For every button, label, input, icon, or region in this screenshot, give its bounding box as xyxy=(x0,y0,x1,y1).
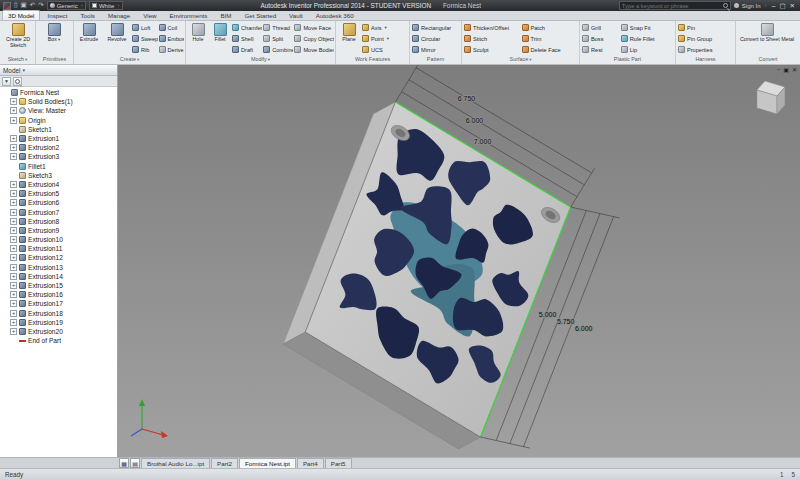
ribbon-tab[interactable]: Vault xyxy=(283,10,309,20)
draft-button[interactable]: Draft xyxy=(231,44,262,55)
circular-pattern-button[interactable]: Circular xyxy=(411,33,460,44)
ribbon-tab[interactable]: Autodesk 360 xyxy=(310,10,360,20)
tree-item[interactable]: + Extrusion6 xyxy=(0,198,117,207)
close-button[interactable]: ✕ xyxy=(790,2,795,10)
convert-to-sheet-metal-button[interactable]: Convert to Sheet Metal xyxy=(737,22,797,55)
doc-close-icon[interactable]: ✕ xyxy=(792,66,797,73)
expand-icon[interactable] xyxy=(2,89,9,96)
help-search-box[interactable] xyxy=(619,1,731,10)
expand-icon[interactable]: + xyxy=(10,328,17,335)
minimize-button[interactable]: – xyxy=(772,2,776,10)
expand-icon[interactable]: + xyxy=(10,153,17,160)
document-tab[interactable]: Part5 xyxy=(325,458,352,468)
delete-face-button[interactable]: Delete Face xyxy=(521,44,579,55)
derive-button[interactable]: Derive xyxy=(158,44,185,55)
tree-item[interactable]: + Extrusion5 xyxy=(0,189,117,198)
harness-panel-label[interactable]: Harness xyxy=(676,55,735,64)
ribbon-tab[interactable]: Tools xyxy=(74,10,100,20)
ribbon-tab[interactable]: View xyxy=(137,10,162,20)
model-view-icon[interactable]: ▦ xyxy=(119,458,129,468)
shell-button[interactable]: Shell xyxy=(231,33,262,44)
patch-button[interactable]: Patch xyxy=(521,22,579,33)
tree-item[interactable]: + Extrusion16 xyxy=(0,290,117,299)
tree-item[interactable]: + Extrusion15 xyxy=(0,281,117,290)
expand-icon[interactable]: + xyxy=(10,245,17,252)
expand-icon[interactable]: + xyxy=(10,117,17,124)
expand-icon[interactable]: + xyxy=(10,218,17,225)
graphics-viewport[interactable]: ‒ ▣ ✕ xyxy=(118,65,800,457)
mirror-button[interactable]: Mirror xyxy=(411,44,460,55)
rib-button[interactable]: Rib xyxy=(131,44,158,55)
tree-item[interactable]: + Extrusion13 xyxy=(0,263,117,272)
create-2d-sketch-button[interactable]: Create 2D Sketch xyxy=(1,22,35,55)
tree-item[interactable]: + Extrusion10 xyxy=(0,235,117,244)
pattern-panel-label[interactable]: Pattern xyxy=(410,55,461,64)
save-icon[interactable]: ▣ xyxy=(21,2,27,9)
dimension-label[interactable]: 6.000 xyxy=(575,325,593,332)
browser-search-button[interactable] xyxy=(13,77,22,86)
snap-fit-button[interactable]: Snap Fit xyxy=(620,22,674,33)
doc-restore-icon[interactable]: ▣ xyxy=(783,66,789,73)
ribbon-tab[interactable]: BIM xyxy=(214,10,237,20)
material-dropdown[interactable]: Generic ▾ xyxy=(47,1,86,10)
expand-icon[interactable]: + xyxy=(10,135,17,142)
expand-icon[interactable] xyxy=(10,163,17,170)
move-bodies-button[interactable]: Move Bodies xyxy=(293,44,334,55)
doc-minimize-icon[interactable]: ‒ xyxy=(777,66,780,73)
rectangular-pattern-button[interactable]: Rectangular xyxy=(411,22,460,33)
expand-icon[interactable]: + xyxy=(10,199,17,206)
expand-icon[interactable]: + xyxy=(10,310,17,317)
fillet-button[interactable]: Fillet xyxy=(209,22,231,55)
document-tab[interactable]: Part2 xyxy=(211,458,238,468)
search-input[interactable] xyxy=(622,3,723,9)
properties-button[interactable]: Properties xyxy=(677,44,734,55)
tree-item[interactable]: + Origin xyxy=(0,116,117,125)
dimension-label[interactable]: 6.000 xyxy=(466,117,484,124)
3d-model-canvas[interactable]: 6.750 6.000 7.000 5.000 5.750 6.000 xyxy=(118,65,800,457)
sculpt-button[interactable]: Sculpt xyxy=(463,44,521,55)
expand-icon[interactable]: + xyxy=(10,144,17,151)
new-file-icon[interactable]: ▯ xyxy=(14,2,18,9)
expand-icon[interactable]: + xyxy=(10,190,17,197)
redo-icon[interactable]: ↷ xyxy=(38,2,43,9)
arrange-windows-icon[interactable]: ▤ xyxy=(130,458,140,468)
browser-header[interactable]: Model ▾ xyxy=(0,65,117,76)
tree-item[interactable]: + View: Master xyxy=(0,106,117,115)
expand-icon[interactable] xyxy=(10,126,17,133)
thicken-offset-button[interactable]: Thicken/Offset xyxy=(463,22,521,33)
primitives-panel-label[interactable]: Primitives xyxy=(36,55,73,64)
tree-item[interactable]: + Extrusion7 xyxy=(0,207,117,216)
trim-button[interactable]: Trim xyxy=(521,33,579,44)
undo-icon[interactable]: ↶ xyxy=(30,2,35,9)
tree-item[interactable]: + Extrusion9 xyxy=(0,226,117,235)
tree-item[interactable]: Sketch1 xyxy=(0,125,117,134)
tree-item[interactable]: + Extrusion12 xyxy=(0,253,117,262)
ribbon-tab[interactable]: Environments xyxy=(164,10,214,20)
tree-item[interactable]: + Solid Bodies(1) xyxy=(0,97,117,106)
stitch-button[interactable]: Stitch xyxy=(463,33,521,44)
chamfer-button[interactable]: Chamfer xyxy=(231,22,262,33)
sign-in-button[interactable]: Sign In xyxy=(742,3,761,9)
plane-button[interactable]: Plane xyxy=(337,22,361,55)
view-cube[interactable] xyxy=(757,81,785,114)
expand-icon[interactable] xyxy=(10,172,17,179)
tree-item[interactable]: + Extrusion20 xyxy=(0,327,117,336)
rule-fillet-button[interactable]: Rule Fillet xyxy=(620,33,674,44)
extrude-button[interactable]: Extrude xyxy=(75,22,103,55)
surface-panel-label[interactable]: Surface▾ xyxy=(462,55,579,64)
grill-button[interactable]: Grill xyxy=(581,22,620,33)
dimension-label[interactable]: 5.750 xyxy=(557,318,575,325)
tree-item[interactable]: Fillet1 xyxy=(0,162,117,171)
tree-item[interactable]: + Extrusion18 xyxy=(0,309,117,318)
maximize-button[interactable]: ▢ xyxy=(779,2,785,10)
coil-button[interactable]: Coil xyxy=(158,22,185,33)
ribbon-tab[interactable]: 3D Model xyxy=(2,10,40,20)
loft-button[interactable]: Loft xyxy=(131,22,158,33)
expand-icon[interactable]: + xyxy=(10,291,17,298)
copy-object-button[interactable]: Copy Object xyxy=(293,33,334,44)
tree-item[interactable]: + Extrusion2 xyxy=(0,143,117,152)
combine-button[interactable]: Combine xyxy=(262,44,293,55)
appearance-dropdown[interactable]: White ▾ xyxy=(89,1,123,10)
tree-item[interactable]: Sketch3 xyxy=(0,171,117,180)
tree-item[interactable]: + Extrusion4 xyxy=(0,180,117,189)
